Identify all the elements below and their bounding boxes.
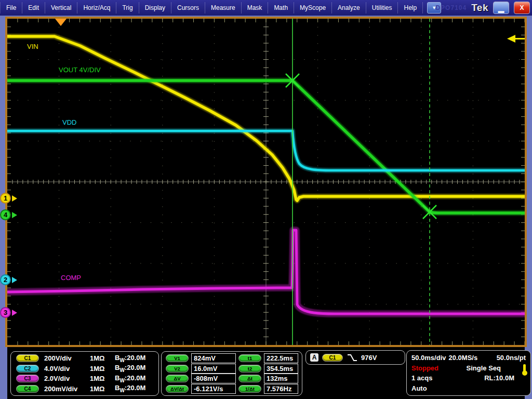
c4-bandwidth: BW:20.0M — [115, 384, 153, 393]
menu-cursors[interactable]: Cursors — [171, 2, 205, 14]
one-over-dt-value: 7.576Hz — [264, 384, 298, 394]
timebase-value: 50.0ms/div — [411, 354, 446, 362]
c4-scale: 200mV/div — [44, 385, 90, 393]
channel-4-position-marker[interactable]: 4 — [0, 209, 19, 221]
cursor-dvdt-row: ΔV/Δt -6.121V/s — [166, 384, 238, 394]
menu-myscope[interactable]: MyScope — [294, 2, 332, 14]
v1-button[interactable]: V1 — [166, 354, 189, 362]
c1-scale: 200V/div — [44, 354, 90, 362]
dv-dt-button[interactable]: ΔV/Δt — [166, 385, 189, 393]
delta-t-button[interactable]: Δt — [238, 375, 261, 382]
acq-mode: Single Seq — [467, 364, 501, 372]
trigger-readout-box: A C1 976V — [305, 350, 405, 365]
menu-mask[interactable]: Mask — [242, 2, 269, 14]
delta-t-value: 132ms — [264, 374, 298, 383]
channel-1-position-marker[interactable]: 1 — [0, 193, 19, 204]
status-row: Stopped Single Seq — [411, 364, 526, 372]
c2-scale: 4.0V/div — [44, 365, 90, 373]
timebase-row: 50.0ms/div 20.0MS/s 50.0ns/pt — [411, 354, 526, 362]
c2-bandwidth: BW:20.0M — [115, 364, 153, 373]
menu-bar: File Edit Vertical Horiz/Acq Trig Displa… — [0, 0, 532, 16]
graticule-svg: VIN VOUT 4V/DIV VDD COMP — [7, 19, 525, 345]
c1-bandwidth: BW:20.0M — [115, 354, 153, 363]
close-icon: X — [520, 4, 524, 11]
cursor-dv-row: ΔV -808mV — [166, 374, 238, 383]
minimize-icon: ▬ — [498, 8, 504, 14]
v2-button[interactable]: V2 — [166, 365, 189, 373]
trigger-bus-badge: A — [310, 353, 318, 362]
channel-3-arrow-icon — [12, 310, 17, 316]
c1-impedance: 1MΩ — [90, 354, 115, 362]
menu-help[interactable]: Help — [398, 2, 423, 14]
menu-math[interactable]: Math — [268, 2, 294, 14]
menu-measure[interactable]: Measure — [205, 2, 242, 14]
channel-1-badge: 1 — [0, 193, 11, 204]
one-over-dt-button[interactable]: 1/Δt — [238, 385, 261, 393]
v1-value: 824mV — [191, 353, 236, 363]
tek-logo: Tek — [471, 2, 488, 14]
channel-row-c1: C1 200V/div 1MΩ BW:20.0M — [16, 354, 153, 363]
c3-button[interactable]: C3 — [16, 375, 39, 382]
v2-value: 16.0mV — [191, 364, 236, 374]
sample-rate-value: 20.0MS/s — [449, 354, 478, 362]
cursor-dt-row: Δt 132ms — [238, 374, 303, 383]
c1-button[interactable]: C1 — [16, 354, 39, 362]
falling-edge-icon — [347, 353, 357, 362]
menu-display[interactable]: Display — [139, 2, 171, 14]
c3-impedance: 1MΩ — [90, 375, 115, 382]
channel-4-badge: 4 — [0, 209, 11, 220]
t1-button[interactable]: t1 — [238, 354, 261, 362]
dv-dt-value: -6.121V/s — [191, 384, 236, 394]
channel-1-arrow-icon — [12, 195, 17, 202]
menu-file[interactable]: File — [0, 2, 22, 14]
label-vout: VOUT 4V/DIV — [59, 66, 101, 74]
waveform-display: VIN VOUT 4V/DIV VDD COMP — [5, 17, 527, 347]
channel-settings-box: C1 200V/div 1MΩ BW:20.0M C2 4.0V/div 1MΩ… — [10, 351, 159, 396]
trigger-mode: Auto — [411, 384, 427, 392]
label-vin: VIN — [27, 43, 38, 50]
c3-scale: 2.0V/div — [44, 375, 90, 382]
cursor-t1-row: t1 222.5ms — [238, 353, 303, 363]
c4-button[interactable]: C4 — [16, 385, 39, 393]
record-length: RL:10.0M — [484, 374, 514, 382]
cursor-v1-row: V1 824mV — [166, 353, 238, 363]
trigger-level-marker[interactable] — [507, 35, 525, 43]
menu-analyze[interactable]: Analyze — [332, 2, 366, 14]
t1-value: 222.5ms — [264, 353, 298, 363]
label-vdd: VDD — [62, 118, 76, 126]
oscilloscope-screen: { "window": { "model": "DPO7104", "brand… — [0, 0, 532, 399]
model-label: DPO7104 — [435, 4, 467, 11]
menu-trig[interactable]: Trig — [116, 2, 139, 14]
close-button[interactable]: X — [514, 2, 530, 14]
trigger-source-button[interactable]: C1 — [322, 354, 343, 362]
t2-button[interactable]: t2 — [238, 365, 261, 373]
menu-utilities[interactable]: Utilities — [366, 2, 398, 14]
cursor-readout-box: V1 824mV t1 222.5ms V2 16.0mV t2 354.5ms… — [161, 351, 302, 396]
c2-button[interactable]: C2 — [16, 365, 39, 373]
channel-3-position-marker[interactable]: 3 — [0, 307, 19, 318]
readout-area: C1 200V/div 1MΩ BW:20.0M C2 4.0V/div 1MΩ… — [7, 347, 525, 399]
menu-edit[interactable]: Edit — [22, 2, 45, 14]
t2-value: 354.5ms — [264, 364, 298, 374]
channel-4-arrow-icon — [12, 212, 17, 218]
trig-mode-row: Auto — [411, 384, 526, 392]
channel-row-c3: C3 2.0V/div 1MΩ BW:20.0M — [16, 374, 153, 383]
cursor-t2-row: t2 354.5ms — [238, 364, 303, 374]
trigger-level-value: 976V — [361, 354, 377, 362]
cursor-1dt-row: 1/Δt 7.576Hz — [238, 384, 303, 394]
channel-row-c4: C4 200mV/div 1MΩ BW:20.0M — [16, 384, 153, 393]
trigger-position-marker[interactable] — [55, 19, 66, 26]
channel-2-badge: 2 — [0, 274, 11, 285]
c4-impedance: 1MΩ — [90, 385, 115, 393]
acq-count: 1 acqs — [411, 374, 432, 382]
delta-v-button[interactable]: ΔV — [166, 375, 189, 382]
resolution-value: 50.0ns/pt — [497, 354, 526, 362]
channel-row-c2: C2 4.0V/div 1MΩ BW:20.0M — [16, 364, 153, 373]
thermometer-icon — [523, 364, 526, 372]
menu-vertical[interactable]: Vertical — [45, 2, 77, 14]
channel-2-position-marker[interactable]: 2 — [0, 274, 19, 286]
label-comp: COMP — [61, 274, 81, 282]
minimize-button[interactable]: ▬ — [493, 2, 509, 14]
menu-horiz-acq[interactable]: Horiz/Acq — [77, 2, 116, 14]
acq-status: Stopped — [411, 364, 438, 372]
